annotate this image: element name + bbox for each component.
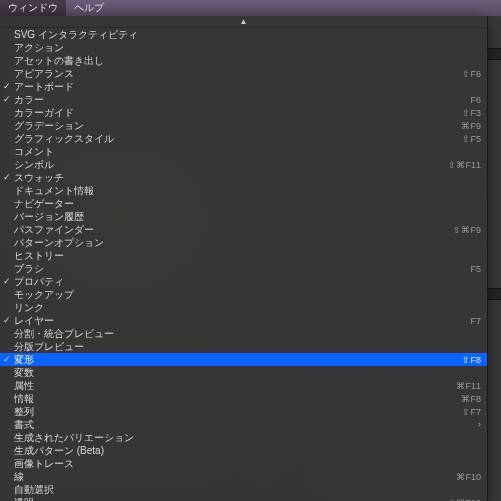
menu-item[interactable]: パターンオプション	[0, 236, 487, 249]
menu-item-label: グラフィックスタイル	[14, 132, 456, 146]
check-icon: ✓	[3, 315, 11, 325]
menu-item[interactable]: ✓変形⇧F8	[0, 353, 487, 366]
menu-item-label: パスファインダー	[14, 223, 447, 237]
menu-item[interactable]: ✓アートボード	[0, 80, 487, 93]
menu-item[interactable]: 変数	[0, 366, 487, 379]
menu-item[interactable]: グラデーション⌘F9	[0, 119, 487, 132]
menu-item-shortcut: F7	[464, 316, 481, 326]
menu-item-label: SVG インタラクティビティ	[14, 28, 481, 42]
check-icon: ✓	[3, 354, 11, 364]
menu-item-shortcut: F6	[464, 95, 481, 105]
menu-item[interactable]: 線⌘F10	[0, 470, 487, 483]
menu-item-label: 書式	[14, 418, 478, 432]
menu-item-label: シンボル	[14, 158, 442, 172]
check-icon: ✓	[3, 276, 11, 286]
menu-item-shortcut: ⌘F8	[455, 394, 481, 404]
menu-item[interactable]: コメント	[0, 145, 487, 158]
menu-item[interactable]: 透明⇧⌘F10	[0, 496, 487, 501]
menu-item-label: 分割・統合プレビュー	[14, 327, 481, 341]
menu-item-shortcut: ⇧F6	[456, 69, 481, 79]
menu-item[interactable]: ヒストリー	[0, 249, 487, 262]
menu-item-label: プロパティ	[14, 275, 481, 289]
check-icon: ✓	[3, 94, 11, 104]
menu-item-shortcut: ⌘F9	[455, 121, 481, 131]
menu-item[interactable]: リンク	[0, 301, 487, 314]
menu-item[interactable]: シンボル⇧⌘F11	[0, 158, 487, 171]
menu-item[interactable]: パスファインダー⇧⌘F9	[0, 223, 487, 236]
menu-item-label: 変形	[14, 353, 456, 367]
menu-item[interactable]: 生成されたバリエーション	[0, 431, 487, 444]
menu-item[interactable]: バージョン履歴	[0, 210, 487, 223]
menu-item-label: 情報	[14, 392, 455, 406]
menu-item[interactable]: 画像トレース	[0, 457, 487, 470]
menu-item-label: ナビゲーター	[14, 197, 481, 211]
menu-item-label: 自動選択	[14, 483, 481, 497]
window-menu-dropdown: ▲ SVG インタラクティビティアクションアセットの書き出しアピアランス⇧F6✓…	[0, 16, 487, 501]
menu-scroll-up[interactable]: ▲	[0, 16, 487, 28]
menu-item[interactable]: 整列⇧F7	[0, 405, 487, 418]
menu-item-label: ドキュメント情報	[14, 184, 481, 198]
menu-item-label: ヒストリー	[14, 249, 481, 263]
menu-item-label: 変数	[14, 366, 481, 380]
right-panel-strip	[487, 16, 501, 501]
menu-item-label: リンク	[14, 301, 481, 315]
menu-item[interactable]: 分版プレビュー	[0, 340, 487, 353]
menu-item[interactable]: 属性⌘F11	[0, 379, 487, 392]
menu-item-label: 画像トレース	[14, 457, 481, 471]
menu-item-label: コメント	[14, 145, 481, 159]
menu-item-label: スウォッチ	[14, 171, 481, 185]
menu-item[interactable]: アセットの書き出し	[0, 54, 487, 67]
menu-item[interactable]: ✓カラーF6	[0, 93, 487, 106]
menu-item-label: バージョン履歴	[14, 210, 481, 224]
menu-item[interactable]: ドキュメント情報	[0, 184, 487, 197]
menu-item[interactable]: 自動選択	[0, 483, 487, 496]
menu-item[interactable]: ナビゲーター	[0, 197, 487, 210]
menu-item[interactable]: ✓プロパティ	[0, 275, 487, 288]
menu-item-shortcut: ⇧F8	[456, 355, 481, 365]
menu-item-shortcut: F5	[464, 264, 481, 274]
menu-item[interactable]: アクション	[0, 41, 487, 54]
menu-item[interactable]: 生成パターン (Beta)	[0, 444, 487, 457]
chevron-up-icon: ▲	[240, 17, 248, 26]
menu-item[interactable]: 書式›	[0, 418, 487, 431]
menu-item-label: 透明	[14, 496, 442, 502]
panel-notch[interactable]	[487, 288, 501, 300]
menu-item[interactable]: カラーガイド⇧F3	[0, 106, 487, 119]
menu-item[interactable]: ✓レイヤーF7	[0, 314, 487, 327]
menu-item-label: 属性	[14, 379, 450, 393]
menu-item-shortcut: ⇧F7	[456, 407, 481, 417]
menu-item-shortcut: ⇧⌘F11	[442, 160, 481, 170]
menu-window[interactable]: ウィンドウ	[0, 0, 66, 16]
menu-item-label: 生成パターン (Beta)	[14, 444, 481, 458]
menu-item[interactable]: モックアップ	[0, 288, 487, 301]
menubar: ウィンドウ ヘルプ	[0, 0, 501, 16]
menu-item[interactable]: アピアランス⇧F6	[0, 67, 487, 80]
menu-item-label: グラデーション	[14, 119, 455, 133]
menu-item[interactable]: 分割・統合プレビュー	[0, 327, 487, 340]
menu-item-label: アートボード	[14, 80, 481, 94]
menu-help[interactable]: ヘルプ	[66, 0, 112, 16]
menu-item-label: アクション	[14, 41, 481, 55]
menu-item-shortcut: ⌘F10	[450, 472, 481, 482]
menu-item[interactable]: グラフィックスタイル⇧F5	[0, 132, 487, 145]
menu-item-label: カラーガイド	[14, 106, 456, 120]
menu-item-label: 生成されたバリエーション	[14, 431, 481, 445]
menu-item-shortcut: ⇧⌘F10	[442, 498, 481, 502]
menu-items: SVG インタラクティビティアクションアセットの書き出しアピアランス⇧F6✓アー…	[0, 28, 487, 501]
menu-item-label: アピアランス	[14, 67, 456, 81]
menu-item-label: レイヤー	[14, 314, 464, 328]
menu-item[interactable]: 情報⌘F8	[0, 392, 487, 405]
menu-item-label: ブラシ	[14, 262, 464, 276]
menu-item-label: モックアップ	[14, 288, 481, 302]
menu-item-shortcut: ⌘F11	[450, 381, 481, 391]
menu-item[interactable]: ブラシF5	[0, 262, 487, 275]
menu-item[interactable]: SVG インタラクティビティ	[0, 28, 487, 41]
menu-item-label: 整列	[14, 405, 456, 419]
menu-item-shortcut: ⇧⌘F9	[447, 225, 481, 235]
menu-item-label: カラー	[14, 93, 464, 107]
chevron-right-icon: ›	[478, 420, 481, 429]
menu-item-label: 線	[14, 470, 450, 484]
menu-item[interactable]: ✓スウォッチ	[0, 171, 487, 184]
panel-notch[interactable]	[487, 48, 501, 60]
menu-item-shortcut: ⇧F3	[456, 108, 481, 118]
